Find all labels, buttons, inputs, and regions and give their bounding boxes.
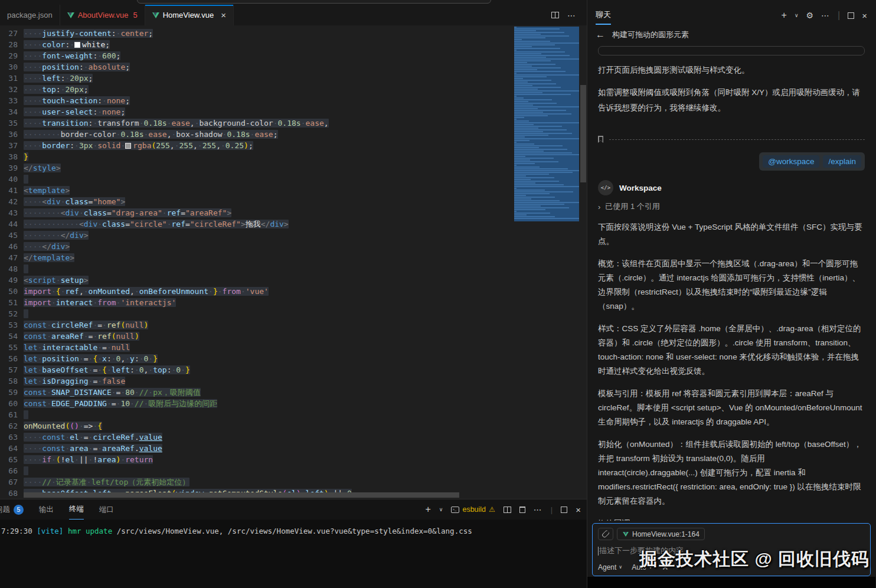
chat-panel: 聊天 + ∨ ⚙ ⋯ | × ← 构建可拖动的圆形元素 打开页面后拖拽圆形测试吸…: [587, 0, 875, 588]
line-number: 50: [0, 286, 18, 297]
text-cursor: [598, 547, 599, 556]
line-number: 48: [0, 263, 18, 275]
line-number: 29: [0, 50, 18, 61]
workspace-mention-chip[interactable]: @workspace: [763, 155, 819, 168]
terminal-shell-item[interactable]: >_ esbuild ⚠: [451, 505, 495, 514]
input-placeholder: 描述下一步要构建的内容: [599, 545, 684, 556]
tab-package-json[interactable]: package.json: [0, 5, 60, 25]
divider: |: [838, 10, 840, 21]
tab-label: AboutView.vue: [78, 11, 129, 19]
line-number: 47: [0, 252, 18, 263]
chat-actions: + ∨ ⚙ ⋯ | ×: [782, 10, 867, 21]
bookmark-icon[interactable]: [598, 136, 603, 143]
panel-tab-label: 输出: [39, 505, 54, 515]
panel-tab-terminal[interactable]: 终端: [69, 499, 84, 520]
mode-label: Agent: [598, 563, 616, 571]
workspace-avatar-icon: </>: [598, 180, 613, 195]
terminal-dropdown-chevron-icon[interactable]: ∨: [439, 507, 443, 512]
command-center-remnant: [137, 0, 491, 4]
terminal-panel: 问题 5 输出 终端 端口 + ∨ >_ esbuild: [0, 499, 587, 588]
line-number: 60: [0, 398, 18, 409]
line-number: 51: [0, 297, 18, 308]
chat-input-controls: Agent ∨ Auto ∨ ⚒: [598, 563, 668, 571]
line-number: 65: [0, 454, 18, 465]
editor-group: package.json AboutView.vue 5 HomeView.vu…: [0, 0, 587, 588]
vertical-scrollbar[interactable]: [580, 85, 586, 182]
tools-icon[interactable]: ⚒: [662, 563, 669, 571]
maximize-chat-icon[interactable]: [848, 12, 854, 19]
line-number: 63: [0, 432, 18, 443]
panel-tab-label: 端口: [99, 505, 114, 515]
assistant-paragraph: 如需调整吸附阈值或吸附到角落（同时吸附 X/Y）或启用吸附动画缓动，请告诉我想要…: [598, 85, 865, 116]
code-line: 51import·interact·from·'interactjs': [0, 297, 514, 308]
code-line: 34····user-select:·none;: [0, 106, 514, 117]
mode-picker[interactable]: Agent ∨: [598, 563, 622, 571]
split-editor-icon[interactable]: [551, 12, 559, 18]
references-toggle[interactable]: › 已使用 1 个引用: [598, 201, 865, 212]
code-line: 63····const·el·=·circleRef.value: [0, 432, 514, 443]
collapsed-block-remnant: [598, 46, 865, 55]
code-line: 45········</div>: [0, 230, 514, 241]
terminal-toolbar: + ∨ >_ esbuild ⚠ ⋯ | ×: [426, 504, 581, 515]
attached-file-chip[interactable]: HomeView.vue:1-164: [617, 528, 705, 540]
chat-messages: 打开页面后拖拽圆形测试吸附与样式变化。 如需调整吸附阈值或吸附到角落（同时吸附 …: [587, 44, 875, 521]
new-chat-icon[interactable]: +: [782, 10, 787, 21]
close-chat-icon[interactable]: ×: [862, 11, 867, 21]
assistant-paragraph: 下面按段落说明这份 Vue + TypeScript 风格的单文件组件（SFC）…: [598, 220, 865, 249]
code-line: 66: [0, 465, 514, 476]
close-icon[interactable]: ×: [221, 10, 226, 20]
code-line: 28····color:·white;: [0, 39, 514, 50]
assistant-paragraph: 打开页面后拖拽圆形测试吸附与样式变化。: [598, 63, 865, 78]
terminal-output-line: 7:29:30 [vite] hmr update /src/views/Hom…: [0, 520, 587, 535]
chat-header: 聊天 + ∨ ⚙ ⋯ | ×: [587, 5, 875, 26]
vite-tag: [vite]: [37, 527, 63, 535]
chat-input-field[interactable]: 描述下一步要构建的内容: [598, 545, 865, 556]
new-chat-chevron-icon[interactable]: ∨: [795, 12, 799, 18]
panel-tab-label: 终端: [69, 504, 84, 514]
line-number: 54: [0, 331, 18, 342]
chat-input-box[interactable]: HomeView.vue:1-164 描述下一步要构建的内容 Agent ∨ A…: [592, 523, 871, 576]
panel-tab-ports[interactable]: 端口: [99, 499, 114, 520]
tab-homeview-vue[interactable]: HomeView.vue ×: [145, 5, 234, 25]
more-actions-icon[interactable]: ⋯: [534, 505, 542, 514]
title-strip: [0, 0, 587, 5]
explain-command-chip[interactable]: /explain: [823, 155, 861, 168]
vue-icon: [67, 12, 74, 18]
tab-label: HomeView.vue: [163, 11, 214, 19]
line-number: 41: [0, 185, 18, 196]
minimap[interactable]: [514, 27, 579, 221]
code-line: 30····position:·absolute;: [0, 61, 514, 73]
panel-tab-output[interactable]: 输出: [39, 499, 54, 520]
panel-tab-problems[interactable]: 问题 5: [0, 499, 24, 520]
horizontal-scrollbar[interactable]: [24, 492, 459, 498]
code-line: 58let·isDragging·=·false: [0, 375, 514, 387]
code-line: 60const·EDGE_PADDING·=·10·//·吸附后与边缘的间距: [0, 398, 514, 409]
line-number: 44: [0, 218, 18, 230]
tab-aboutview-vue[interactable]: AboutView.vue 5: [60, 5, 145, 25]
back-arrow-icon[interactable]: ←: [596, 30, 605, 40]
model-label: Auto: [632, 563, 646, 571]
user-message-bubble: @workspace /explain: [759, 152, 865, 171]
checkpoint-separator: [598, 136, 865, 143]
line-number: 66: [0, 465, 18, 476]
more-actions-icon[interactable]: ⋯: [821, 11, 830, 20]
line-number: 55: [0, 342, 18, 353]
tab-label: package.json: [7, 11, 53, 19]
more-actions-icon[interactable]: ⋯: [567, 11, 576, 20]
chat-tab[interactable]: 聊天: [596, 9, 611, 25]
new-terminal-icon[interactable]: +: [426, 504, 431, 515]
terminal-icon: >_: [451, 507, 459, 513]
maximize-panel-icon[interactable]: [561, 507, 567, 513]
line-number: 32: [0, 84, 18, 95]
thread-title: 构建可拖动的圆形元素: [612, 30, 689, 40]
code-editor[interactable]: 27····justify-content:·center;28····colo…: [0, 26, 587, 499]
split-terminal-icon[interactable]: [504, 507, 511, 513]
line-number: 28: [0, 39, 18, 50]
close-panel-icon[interactable]: ×: [576, 505, 581, 515]
gear-icon[interactable]: ⚙: [806, 11, 814, 20]
kill-terminal-icon[interactable]: [519, 507, 525, 513]
attach-context-button[interactable]: [598, 528, 613, 540]
code-line: 56let·position·=·{·x:·0,·y:·0·}: [0, 353, 514, 364]
model-picker[interactable]: Auto ∨: [632, 563, 652, 571]
line-number: 67: [0, 476, 18, 488]
